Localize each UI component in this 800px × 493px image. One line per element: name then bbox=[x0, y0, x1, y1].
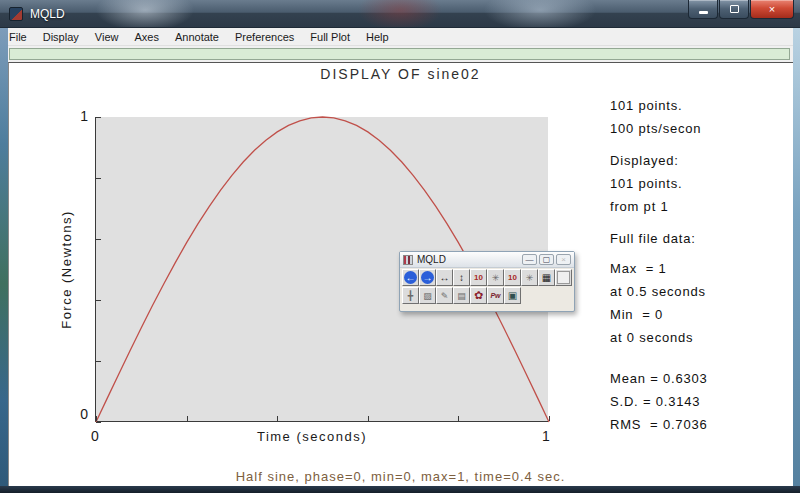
tool-palette-icon bbox=[403, 255, 413, 265]
stat-line: at 0.5 seconds bbox=[610, 280, 790, 303]
stat-group: Max = 1at 0.5 secondsMin = 0at 0 seconds bbox=[610, 257, 790, 349]
window-titlebar[interactable]: MQLD × bbox=[0, 0, 800, 28]
tool-palette-title: MQLD bbox=[417, 254, 446, 265]
stat-line: 101 points. bbox=[610, 94, 790, 117]
log-x-icon: 10 bbox=[474, 273, 483, 282]
annotate-tool-button[interactable]: ✎ bbox=[436, 287, 453, 304]
grid-button[interactable]: ▦ bbox=[538, 269, 555, 286]
expand-x-button[interactable]: ↔ bbox=[436, 269, 453, 286]
x-axis-tick bbox=[277, 416, 278, 421]
toolbar-row bbox=[0, 46, 800, 62]
x-axis-tick bbox=[458, 416, 459, 421]
tool-row: ╋▨✎▤✿Pw▣ bbox=[402, 287, 572, 305]
y-axis-tick bbox=[96, 300, 101, 301]
log-y-button[interactable]: 10 bbox=[504, 269, 521, 286]
stat-group: Displayed:101 points.from pt 1 bbox=[610, 149, 790, 218]
window-frame-left bbox=[0, 28, 8, 493]
x-axis-tick bbox=[187, 416, 188, 421]
marker-icon: ✿ bbox=[474, 289, 483, 302]
menu-item-help[interactable]: Help bbox=[358, 29, 397, 45]
menu-item-full-plot[interactable]: Full Plot bbox=[302, 29, 358, 45]
x-axis-max-label: 1 bbox=[536, 428, 556, 444]
print-button[interactable]: ▤ bbox=[453, 287, 470, 304]
save-button[interactable]: ▣ bbox=[504, 287, 521, 304]
maximize-button[interactable] bbox=[719, 0, 749, 19]
stat-line: Min = 0 bbox=[610, 303, 790, 326]
log-y-icon: 10 bbox=[508, 273, 517, 282]
y-axis-title: Force (Newtons) bbox=[59, 150, 74, 390]
log-x-button[interactable]: 10 bbox=[470, 269, 487, 286]
window-frame-right bbox=[793, 28, 800, 493]
stat-line: RMS = 0.7036 bbox=[610, 413, 790, 436]
close-icon: × bbox=[769, 4, 775, 15]
stat-group: Full file data: bbox=[610, 227, 790, 250]
back-button[interactable]: ← bbox=[402, 269, 419, 286]
stat-line: Max = 1 bbox=[610, 257, 790, 280]
tool-palette-body: ←→↔↕10✳10✳▦╋▨✎▤✿Pw▣ bbox=[400, 268, 574, 306]
y-axis-tick bbox=[96, 422, 101, 423]
window-controls: × bbox=[687, 0, 794, 19]
minimize-button[interactable] bbox=[688, 0, 718, 19]
pan-button[interactable]: ╋ bbox=[402, 287, 419, 304]
close-button[interactable]: × bbox=[750, 0, 794, 19]
y-axis-tick bbox=[96, 239, 101, 240]
compress-y-button[interactable]: ✳ bbox=[521, 269, 538, 286]
tool-palette-titlebar[interactable]: MQLD — ▢ × bbox=[400, 252, 574, 268]
palette-minimize-button[interactable]: — bbox=[522, 254, 537, 265]
print-icon: ▤ bbox=[457, 291, 466, 301]
maximize-icon bbox=[730, 5, 739, 13]
menu-item-view[interactable]: View bbox=[87, 29, 127, 45]
back-icon: ← bbox=[404, 271, 417, 284]
stat-line: Full file data: bbox=[610, 227, 790, 250]
y-axis-tick bbox=[96, 361, 101, 362]
grid-icon: ▦ bbox=[542, 272, 551, 283]
tool-row: ←→↔↕10✳10✳▦ bbox=[402, 269, 572, 287]
marker-button[interactable]: ✿ bbox=[470, 287, 487, 304]
x-axis-title: Time (seconds) bbox=[212, 429, 412, 444]
pan-icon: ╋ bbox=[408, 291, 413, 301]
select-region-button[interactable]: ▨ bbox=[419, 287, 436, 304]
y-axis-tick bbox=[96, 117, 101, 118]
compress-x-icon: ✳ bbox=[492, 273, 500, 283]
x-axis-min-label: 0 bbox=[85, 428, 105, 444]
x-axis-tick bbox=[96, 416, 97, 421]
stat-line: 101 points. bbox=[610, 172, 790, 195]
stat-line: Displayed: bbox=[610, 149, 790, 172]
stat-line: from pt 1 bbox=[610, 195, 790, 218]
compress-x-button[interactable]: ✳ bbox=[487, 269, 504, 286]
palette-maximize-button[interactable]: ▢ bbox=[539, 254, 554, 265]
y-axis-max-label: 1 bbox=[66, 108, 88, 124]
blank-icon bbox=[557, 271, 570, 284]
info-bar bbox=[9, 48, 790, 60]
stat-line: S.D. = 0.3143 bbox=[610, 390, 790, 413]
blank-button[interactable] bbox=[555, 269, 572, 286]
select-region-icon: ▨ bbox=[423, 291, 432, 301]
minimize-icon bbox=[699, 11, 708, 14]
stats-panel: 101 points.100 pts/seconDisplayed:101 po… bbox=[610, 94, 790, 436]
annotation-text: Half sine, phase=0, min=0, max=1, time=0… bbox=[8, 469, 793, 484]
expand-y-button[interactable]: ↕ bbox=[453, 269, 470, 286]
window-title: MQLD bbox=[30, 7, 65, 21]
menu-item-display[interactable]: Display bbox=[35, 29, 87, 45]
stat-line: 100 pts/secon bbox=[610, 117, 790, 140]
expand-y-icon: ↕ bbox=[459, 272, 464, 283]
expand-x-icon: ↔ bbox=[440, 272, 450, 283]
tool-palette-window[interactable]: MQLD — ▢ × ←→↔↕10✳10✳▦╋▨✎▤✿Pw▣ bbox=[399, 251, 575, 312]
formula-button[interactable]: Pw bbox=[487, 287, 504, 304]
menu-item-annotate[interactable]: Annotate bbox=[167, 29, 227, 45]
x-axis-tick bbox=[368, 416, 369, 421]
app-icon bbox=[9, 7, 23, 21]
stat-group: 101 points.100 pts/secon bbox=[610, 94, 790, 140]
plot-title: DISPLAY OF sine02 bbox=[8, 66, 793, 82]
menu-item-preferences[interactable]: Preferences bbox=[227, 29, 302, 45]
compress-y-icon: ✳ bbox=[526, 273, 534, 283]
save-icon: ▣ bbox=[508, 290, 517, 301]
formula-icon: Pw bbox=[490, 292, 500, 299]
tool-palette-controls: — ▢ × bbox=[522, 254, 571, 265]
menu-bar: FileDisplayViewAxesAnnotatePreferencesFu… bbox=[0, 28, 800, 46]
forward-button[interactable]: → bbox=[419, 269, 436, 286]
palette-close-button[interactable]: × bbox=[556, 254, 571, 265]
y-axis-min-label: 0 bbox=[66, 406, 88, 422]
forward-icon: → bbox=[421, 271, 434, 284]
menu-item-axes[interactable]: Axes bbox=[126, 29, 166, 45]
